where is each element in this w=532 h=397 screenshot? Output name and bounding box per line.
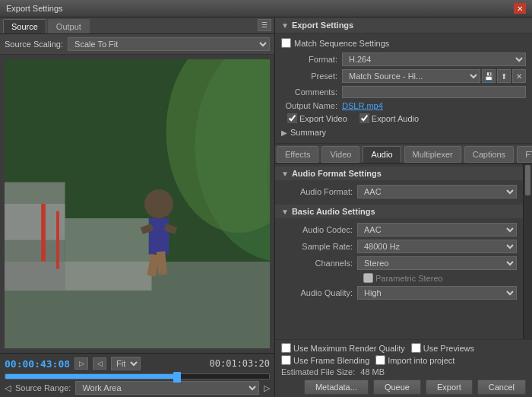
output-name-row: Output Name: DSLR.mp4 [281, 101, 526, 110]
range-left-arrow: ◁ [5, 383, 11, 393]
use-previews-label: Use Previews [423, 344, 474, 353]
range-right-arrow: ▷ [264, 383, 270, 393]
file-size-label: Estimated File Size: [281, 367, 355, 376]
timeline-bar[interactable] [5, 373, 270, 380]
left-panel: Source Output ☰ Source Scaling: Scale To… [0, 17, 275, 397]
max-render-item: Use Maximum Render Quality [281, 343, 405, 353]
max-render-checkbox[interactable] [281, 343, 291, 353]
use-previews-checkbox[interactable] [411, 343, 421, 353]
audio-settings-scroll: ▼ Audio Format Settings Audio Format: AA… [275, 164, 523, 339]
quality-row: Audio Quality: High [281, 286, 517, 300]
export-checkboxes: Export Video Export Audio [281, 113, 526, 123]
max-render-label: Use Maximum Render Quality [293, 344, 405, 353]
scrollbar-thumb[interactable] [525, 165, 530, 195]
action-buttons: Metadata... Queue Export Cancel [281, 380, 526, 395]
codec-select[interactable]: AAC [357, 223, 517, 237]
mark-in-button[interactable]: ▷ [74, 357, 88, 370]
basic-audio-section-header: ▼ Basic Audio Settings [275, 205, 523, 218]
mark-out-button[interactable]: ◁ [93, 357, 106, 370]
export-settings-body: Match Sequence Settings Format: H.264 Pr… [275, 33, 532, 144]
quality-select[interactable]: High [357, 286, 517, 300]
audio-format-title: Audio Format Settings [292, 169, 382, 178]
sample-rate-label: Sample Rate: [281, 242, 357, 251]
tab-video[interactable]: Video [321, 146, 359, 163]
preset-select[interactable]: Match Source - Hi... [342, 69, 480, 83]
export-settings-title: Export Settings [292, 21, 353, 30]
frame-blending-item: Use Frame Blending [281, 355, 369, 365]
metadata-button[interactable]: Metadata... [304, 380, 369, 395]
tab-multiplexer[interactable]: Multiplexer [404, 146, 461, 163]
output-name-label: Output Name: [281, 101, 342, 110]
channels-label: Channels: [281, 259, 357, 268]
source-range-select[interactable]: Work Area [75, 381, 259, 395]
export-settings-header: ▼ Export Settings [275, 17, 532, 33]
cancel-button[interactable]: Cancel [477, 380, 526, 395]
quality-label: Audio Quality: [281, 288, 357, 297]
close-button[interactable]: ✕ [514, 3, 526, 14]
source-scaling-label: Source Scaling: [5, 40, 63, 49]
parametric-checkbox [363, 273, 373, 283]
preset-save-button[interactable]: 💾 [482, 69, 496, 83]
format-value-container: H.264 [342, 52, 526, 66]
match-sequence-checkbox[interactable] [281, 38, 291, 48]
summary-label: Summary [290, 128, 326, 137]
tab-output[interactable]: Output [48, 19, 90, 33]
tab-source[interactable]: Source [3, 19, 46, 33]
export-video-checkbox[interactable] [287, 113, 297, 123]
video-overlay [5, 59, 270, 348]
right-scrollbar[interactable] [523, 164, 532, 339]
preset-delete-button[interactable]: ✕ [512, 69, 526, 83]
audio-format-select[interactable]: AAC [357, 185, 517, 198]
source-range-label: Source Range: [15, 383, 71, 392]
right-tabs: Effects Video Audio Multiplexer Captions… [275, 144, 532, 164]
parametric-row: Parametric Stereo [281, 273, 517, 283]
audio-format-arrow[interactable]: ▼ [281, 170, 289, 178]
timecode-start: 00:00:43:08 [5, 358, 70, 370]
preset-row: Preset: Match Source - Hi... 💾 ⬆ ✕ [281, 69, 526, 83]
tab-ftp[interactable]: FTP [517, 146, 532, 163]
match-sequence-label: Match Sequence Settings [294, 39, 389, 48]
import-project-label: Import into project [388, 356, 454, 365]
export-button[interactable]: Export [426, 380, 473, 395]
tab-effects[interactable]: Effects [277, 146, 318, 163]
queue-button[interactable]: Queue [373, 380, 421, 395]
tab-audio[interactable]: Audio [363, 146, 401, 163]
svg-rect-11 [149, 218, 169, 255]
channels-select[interactable]: Stereo [357, 256, 517, 270]
output-file-link[interactable]: DSLR.mp4 [342, 101, 383, 110]
fit-select[interactable]: Fit [111, 357, 141, 370]
source-scaling-select[interactable]: Scale To Fit [68, 37, 270, 51]
timeline-area: 00:00:43:08 ▷ ◁ Fit 00:01:03:20 ◁ Source… [0, 353, 274, 397]
tab-captions[interactable]: Captions [464, 146, 514, 163]
format-select[interactable]: H.264 [342, 52, 526, 66]
timeline-thumb[interactable] [173, 372, 181, 383]
basic-audio-arrow[interactable]: ▼ [281, 208, 289, 216]
codec-label: Audio Codec: [281, 225, 357, 234]
preset-import-button[interactable]: ⬆ [497, 69, 511, 83]
frame-blending-checkbox[interactable] [281, 355, 291, 365]
options-row-2: Use Frame Blending Import into project [281, 355, 526, 365]
video-canvas [5, 59, 270, 348]
import-project-checkbox[interactable] [375, 355, 385, 365]
comments-label: Comments: [281, 87, 342, 97]
comments-input[interactable] [342, 86, 526, 98]
video-preview [5, 59, 270, 348]
parametric-label: Parametric Stereo [375, 274, 443, 283]
window-title: Export Settings [6, 4, 63, 13]
left-tab-bar: Source Output ☰ [0, 17, 274, 34]
codec-row: Audio Codec: AAC [281, 223, 517, 237]
scrollbar-area: ▼ Audio Format Settings Audio Format: AA… [275, 164, 532, 339]
match-sequence-row: Match Sequence Settings [281, 38, 526, 48]
export-audio-label: Export Audio [372, 114, 419, 123]
sample-rate-select[interactable]: 48000 Hz [357, 240, 517, 253]
source-scaling-row: Source Scaling: Scale To Fit [0, 34, 274, 55]
channels-row: Channels: Stereo [281, 256, 517, 270]
comments-value-container [342, 86, 526, 98]
section-collapse-arrow[interactable]: ▼ [281, 21, 289, 30]
import-project-item: Import into project [375, 355, 454, 365]
audio-format-row: Audio Format: AAC [281, 185, 517, 198]
export-audio-checkbox[interactable] [359, 113, 369, 123]
summary-arrow[interactable]: ▶ [281, 129, 287, 137]
panel-menu-button[interactable]: ☰ [258, 19, 271, 31]
export-audio-item: Export Audio [359, 113, 419, 123]
